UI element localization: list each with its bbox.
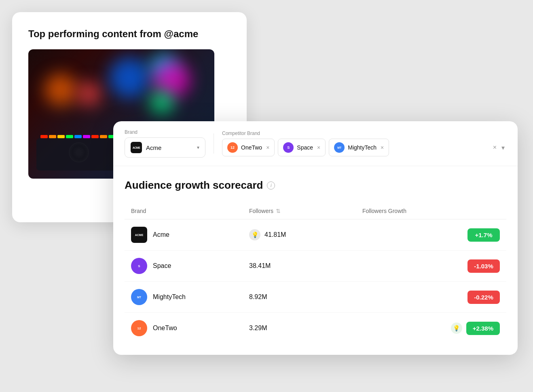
brand-cell-mightytech: MT MightyTech	[131, 289, 249, 305]
acme-row-avatar: ACME	[131, 227, 147, 243]
space-remove-icon[interactable]: ×	[317, 144, 320, 151]
growth-cell-onetwo: 💡 +2.38%	[362, 322, 500, 335]
competitor-tag-space: S Space ×	[278, 139, 326, 156]
mightytech-name: MightyTech	[348, 144, 376, 151]
info-icon[interactable]: i	[267, 181, 275, 190]
onetwo-growth-badge: +2.38%	[466, 322, 500, 335]
acme-row-name: Acme	[153, 231, 169, 238]
mightytech-row-avatar: MT	[131, 289, 147, 305]
expand-icon[interactable]: ▾	[500, 142, 506, 153]
onetwo-name: OneTwo	[241, 144, 262, 151]
th-followers-growth: Followers Growth	[362, 208, 500, 214]
vertical-divider	[214, 133, 214, 154]
keyboard-lights	[40, 135, 124, 138]
followers-cell-space: 38.41M	[249, 262, 362, 270]
onetwo-remove-icon[interactable]: ×	[266, 144, 269, 151]
followers-cell-onetwo: 3.29M	[249, 325, 362, 332]
key-orange	[49, 135, 56, 138]
brand-select[interactable]: ACME Acme ▾	[125, 137, 205, 158]
growth-cell-space: -1.03%	[362, 259, 500, 273]
th-brand: Brand	[131, 208, 249, 214]
light-orange	[44, 74, 77, 106]
table-row: S Space 38.41M -1.03%	[125, 251, 506, 282]
key-blue	[74, 135, 82, 138]
space-row-name: Space	[153, 262, 171, 270]
onetwo-avatar: 12	[227, 142, 238, 153]
key-red	[40, 135, 48, 138]
light-blue	[109, 57, 150, 98]
th-followers: Followers ⇅	[249, 208, 362, 214]
acme-followers-value: 41.81M	[264, 231, 286, 238]
onetwo-row-avatar: 12	[131, 320, 147, 336]
growth-cell-acme: +1.7%	[362, 228, 500, 242]
mightytech-row-name: MightyTech	[153, 293, 186, 301]
space-name: Space	[297, 144, 313, 151]
followers-cell-mightytech: 8.92M	[249, 293, 362, 301]
brand-cell-acme: ACME Acme	[131, 227, 249, 243]
brand-select-name: Acme	[146, 144, 193, 151]
space-followers-value: 38.41M	[249, 262, 271, 270]
key-red2	[91, 135, 99, 138]
tag-actions: × ▾	[491, 142, 506, 153]
chevron-down-icon: ▾	[197, 145, 199, 150]
competitor-filter-label: Competitor Brand	[222, 131, 506, 136]
key-orange2	[100, 135, 107, 138]
competitor-filter-section: Competitor Brand 12 OneTwo × S Space × M…	[222, 131, 506, 156]
brand-cell-space: S Space	[131, 258, 249, 274]
scorecard-table: Brand Followers ⇅ Followers Growth ACME …	[125, 203, 506, 344]
mightytech-followers-value: 8.92M	[249, 293, 267, 301]
space-avatar: S	[283, 142, 294, 153]
mightytech-avatar: MT	[334, 142, 345, 153]
brand-filter-label: Brand	[125, 129, 205, 135]
filter-bar: Brand ACME Acme ▾ Competitor Brand 12 On…	[113, 121, 518, 166]
light-red	[77, 82, 101, 106]
onetwo-row-name: OneTwo	[153, 325, 177, 332]
space-growth-badge: -1.03%	[467, 259, 500, 273]
acme-followers-icon: 💡	[249, 229, 260, 240]
mightytech-remove-icon[interactable]: ×	[381, 144, 384, 151]
scorecard-card: Brand ACME Acme ▾ Competitor Brand 12 On…	[113, 121, 518, 355]
key-yellow	[57, 135, 65, 138]
light-green	[150, 90, 174, 114]
clear-all-icon[interactable]: ×	[491, 142, 498, 153]
growth-cell-mightytech: -0.22%	[362, 291, 500, 304]
competitor-tags: 12 OneTwo × S Space × MT MightyTech × × …	[222, 139, 506, 156]
table-row: MT MightyTech 8.92M -0.22%	[125, 282, 506, 313]
space-row-avatar: S	[131, 258, 147, 274]
table-row: 12 OneTwo 3.29M 💡 +2.38%	[125, 313, 506, 344]
key-green	[66, 135, 73, 138]
acme-growth-badge: +1.7%	[467, 228, 500, 242]
top-performing-title: Top performing content from @acme	[28, 28, 231, 40]
onetwo-bulb-icon: 💡	[451, 322, 462, 334]
sort-icon[interactable]: ⇅	[276, 208, 281, 214]
onetwo-followers-value: 3.29M	[249, 325, 267, 332]
competitor-tag-onetwo: 12 OneTwo ×	[222, 139, 275, 156]
table-header: Brand Followers ⇅ Followers Growth	[125, 203, 506, 219]
brand-avatar: ACME	[131, 142, 142, 153]
competitor-tag-mightytech: MT MightyTech ×	[329, 139, 389, 156]
scorecard-title: Audience growth scorecard	[125, 179, 263, 192]
scorecard-content: Audience growth scorecard i Brand Follow…	[113, 166, 518, 355]
scorecard-header: Audience growth scorecard i	[125, 179, 506, 192]
mightytech-growth-badge: -0.22%	[467, 291, 500, 304]
brand-cell-onetwo: 12 OneTwo	[131, 320, 249, 336]
brand-filter-section: Brand ACME Acme ▾	[125, 129, 205, 158]
key-purple	[83, 135, 90, 138]
table-row: ACME Acme 💡 41.81M +1.7%	[125, 219, 506, 251]
followers-cell-acme: 💡 41.81M	[249, 229, 362, 240]
